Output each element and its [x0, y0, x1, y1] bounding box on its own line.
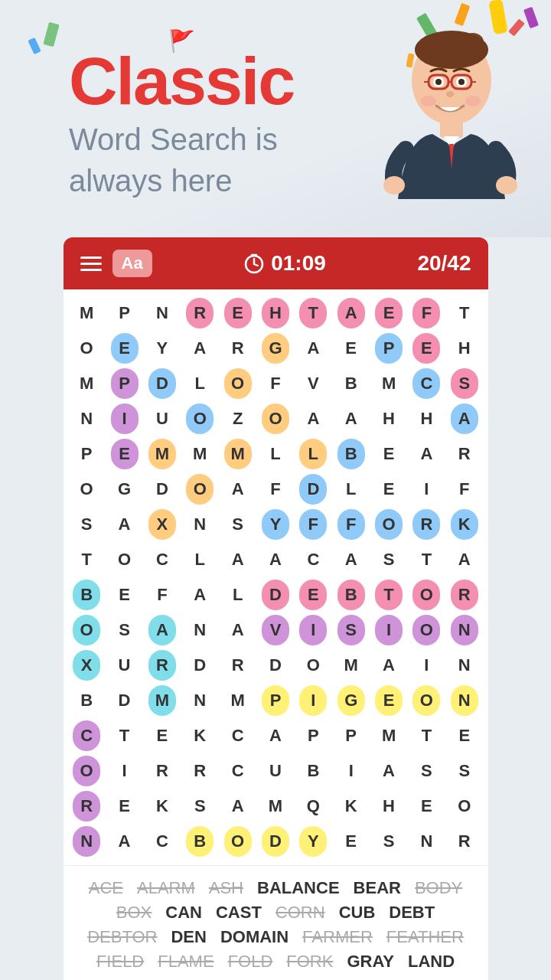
grid-cell[interactable]: T	[106, 718, 143, 753]
grid-cell[interactable]: O	[181, 401, 219, 436]
grid-cell[interactable]: A	[332, 401, 370, 436]
grid-cell[interactable]: S	[181, 789, 219, 824]
word-list-item[interactable]: FEATHER	[386, 927, 464, 947]
grid-cell[interactable]: E	[370, 296, 407, 331]
grid-cell[interactable]: S	[445, 753, 483, 789]
grid-cell[interactable]: I	[106, 401, 143, 436]
grid-cell[interactable]: H	[370, 401, 407, 436]
word-list-item[interactable]: DEBTOR	[87, 927, 157, 947]
grid-cell[interactable]: E	[219, 296, 256, 331]
grid-cell[interactable]: U	[106, 648, 143, 683]
grid-cell[interactable]: B	[295, 753, 332, 789]
font-button[interactable]: Aa	[112, 250, 152, 277]
word-list-item[interactable]: NEST	[422, 976, 468, 980]
grid-cell[interactable]: B	[181, 824, 219, 859]
grid-cell[interactable]: O	[68, 472, 106, 507]
grid-cell[interactable]: B	[68, 577, 106, 612]
grid-cell[interactable]: H	[370, 789, 407, 824]
grid-cell[interactable]: D	[181, 648, 219, 683]
word-list-item[interactable]: FARMER	[302, 927, 373, 947]
word-list-item[interactable]: BEAR	[354, 878, 401, 898]
grid-cell[interactable]: D	[106, 683, 143, 718]
grid-cell[interactable]: N	[445, 648, 483, 683]
grid-cell[interactable]: Q	[295, 789, 332, 824]
grid-cell[interactable]: A	[295, 401, 332, 436]
grid-cell[interactable]: P	[68, 436, 106, 472]
grid-cell[interactable]: R	[408, 507, 445, 542]
grid-cell[interactable]: F	[295, 507, 332, 542]
grid-cell[interactable]: B	[332, 577, 370, 612]
grid-cell[interactable]: R	[445, 824, 483, 859]
grid-cell[interactable]: T	[295, 296, 332, 331]
grid-cell[interactable]: A	[219, 472, 256, 507]
grid-cell[interactable]: S	[68, 507, 106, 542]
grid-cell[interactable]: B	[68, 683, 106, 718]
grid-cell[interactable]: C	[219, 753, 256, 789]
grid-cell[interactable]: N	[68, 824, 106, 859]
grid-cell[interactable]: B	[332, 366, 370, 401]
grid-cell[interactable]: M	[370, 718, 407, 753]
grid-cell[interactable]: X	[143, 507, 181, 542]
grid-cell[interactable]: A	[332, 296, 370, 331]
grid-cell[interactable]: R	[219, 331, 256, 366]
grid-cell[interactable]: E	[106, 789, 143, 824]
grid-cell[interactable]: E	[445, 718, 483, 753]
grid-cell[interactable]: M	[143, 436, 181, 472]
grid-cell[interactable]: K	[181, 718, 219, 753]
grid-cell[interactable]: N	[445, 683, 483, 718]
grid-cell[interactable]: R	[68, 789, 106, 824]
grid-cell[interactable]: D	[143, 366, 181, 401]
grid-cell[interactable]: C	[68, 718, 106, 753]
grid-cell[interactable]: A	[295, 331, 332, 366]
grid-cell[interactable]: E	[370, 436, 407, 472]
word-search-grid[interactable]: MPNREHTAEFTOEYARGAEPEHMPDLOFVBMCSNIUOZOA…	[64, 289, 488, 865]
menu-button[interactable]	[80, 256, 102, 271]
grid-cell[interactable]: A	[106, 507, 143, 542]
grid-cell[interactable]: E	[295, 577, 332, 612]
grid-cell[interactable]: G	[106, 472, 143, 507]
grid-cell[interactable]: E	[370, 683, 407, 718]
grid-cell[interactable]: L	[181, 366, 219, 401]
grid-cell[interactable]: A	[445, 542, 483, 577]
grid-cell[interactable]: B	[332, 436, 370, 472]
grid-cell[interactable]: F	[256, 366, 294, 401]
grid-cell[interactable]: K	[332, 789, 370, 824]
grid-cell[interactable]: R	[445, 436, 483, 472]
grid-cell[interactable]: A	[181, 577, 219, 612]
word-list-item[interactable]: BODY	[415, 878, 462, 898]
grid-cell[interactable]: T	[68, 542, 106, 577]
grid-cell[interactable]: E	[143, 718, 181, 753]
grid-cell[interactable]: N	[181, 612, 219, 648]
grid-cell[interactable]: F	[256, 472, 294, 507]
grid-cell[interactable]: D	[256, 824, 294, 859]
grid-cell[interactable]: T	[445, 296, 483, 331]
grid-cell[interactable]: I	[332, 753, 370, 789]
grid-cell[interactable]: Y	[143, 331, 181, 366]
grid-cell[interactable]: A	[181, 331, 219, 366]
word-list-item[interactable]: ALARM	[137, 878, 195, 898]
word-list-item[interactable]: FIELD	[96, 952, 144, 972]
grid-cell[interactable]: I	[106, 753, 143, 789]
grid-cell[interactable]: E	[408, 331, 445, 366]
word-list-item[interactable]: CUB	[339, 903, 376, 923]
grid-cell[interactable]: C	[143, 542, 181, 577]
grid-cell[interactable]: A	[219, 612, 256, 648]
grid-cell[interactable]: O	[219, 366, 256, 401]
grid-cell[interactable]: M	[370, 366, 407, 401]
grid-cell[interactable]: O	[256, 401, 294, 436]
grid-cell[interactable]: S	[106, 612, 143, 648]
grid-cell[interactable]: O	[68, 331, 106, 366]
grid-cell[interactable]: P	[106, 296, 143, 331]
word-list-item[interactable]: FORK	[286, 952, 333, 972]
grid-cell[interactable]: P	[370, 331, 407, 366]
grid-cell[interactable]: S	[332, 612, 370, 648]
grid-cell[interactable]: N	[181, 683, 219, 718]
grid-cell[interactable]: E	[370, 472, 407, 507]
grid-cell[interactable]: I	[408, 648, 445, 683]
grid-cell[interactable]: T	[408, 718, 445, 753]
grid-cell[interactable]: R	[445, 577, 483, 612]
grid-cell[interactable]: F	[408, 296, 445, 331]
grid-cell[interactable]: A	[256, 542, 294, 577]
grid-cell[interactable]: M	[332, 648, 370, 683]
grid-cell[interactable]: E	[106, 436, 143, 472]
